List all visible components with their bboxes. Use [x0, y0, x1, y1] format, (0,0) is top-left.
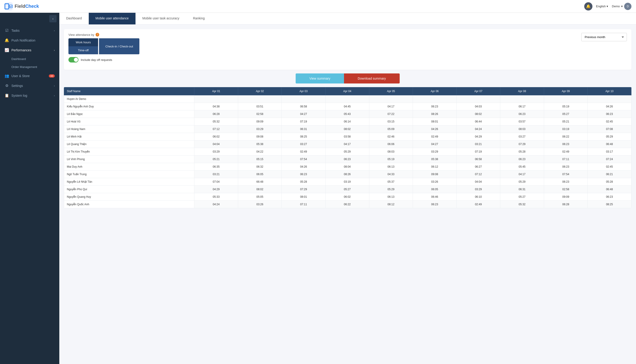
cell-value: 03:27 — [282, 140, 326, 148]
cell-value: 04:33 — [369, 170, 413, 178]
collapse-button[interactable]: ‹ — [49, 15, 56, 22]
cell-value: 03:19 — [325, 178, 369, 186]
attendance-table: Staff Name Apr 01 Apr 02 Apr 03 Apr 04 A… — [64, 87, 632, 208]
cell-value: 03:29 — [413, 148, 457, 156]
cell-value: 07:24 — [588, 156, 632, 163]
cell-value: 03:17 — [588, 148, 632, 156]
cell-value: 05:32 — [194, 118, 238, 126]
cell-staff-name: Lê Thị Kim Thuyền — [64, 148, 194, 156]
cell-value: 06:48 — [588, 186, 632, 193]
sidebar: ‹ ☑ Tasks › 🔔 Push Notification 📈 Perfor… — [0, 13, 59, 364]
sidebar-item-label: System log — [12, 94, 27, 98]
arrow-icon: › — [54, 84, 55, 87]
cell-value: 05:21 — [544, 118, 588, 126]
cell-value: 04:03 — [456, 103, 500, 110]
cell-value: 08:04 — [325, 163, 369, 170]
table-row: Mai Duy Anh06:3506:3204:2608:0406:1306:1… — [64, 163, 632, 170]
cell-value: 03:15 — [369, 118, 413, 126]
cell-value: 07:11 — [282, 201, 326, 208]
cell-value: 06:14 — [325, 118, 369, 126]
cell-value: 05:27 — [500, 193, 544, 201]
period-dropdown[interactable]: Previous month Current month Last 3 mont… — [581, 33, 627, 41]
download-summary-button[interactable]: Download summary — [344, 74, 400, 84]
checkin-checkout-button[interactable]: Check-in / Check-out — [99, 38, 140, 54]
cell-value: 04:26 — [282, 163, 326, 170]
cell-value: 06:23 — [588, 110, 632, 118]
tab-mobile-user-task-accuracy[interactable]: Mobile user task accuracy — [136, 13, 186, 24]
cell-value: 08:01 — [413, 118, 457, 126]
user-menu[interactable]: Demo ▾ D — [612, 3, 632, 10]
sidebar-item-settings[interactable]: ⚙ Settings › — [0, 81, 59, 90]
user-avatar: D — [624, 3, 632, 10]
svg-rect-0 — [10, 5, 12, 8]
cell-value: 05:29 — [325, 148, 369, 156]
cell-value: 05:45 — [500, 163, 544, 170]
cell-value: 03:58 — [325, 133, 369, 140]
time-off-button[interactable]: Time-off — [68, 46, 98, 54]
sidebar-item-system-log[interactable]: 📋 System log › — [0, 90, 59, 100]
cell-value: 03:57 — [500, 118, 544, 126]
cell-value: 09:09 — [238, 118, 282, 126]
cell-value: 06:48 — [588, 140, 632, 148]
cell-value: 08:25 — [282, 133, 326, 140]
cell-value: 07:22 — [369, 110, 413, 118]
notification-icon[interactable]: 🔔 — [584, 2, 592, 10]
sidebar-item-label: User & Store — [12, 74, 30, 78]
cell-value — [194, 95, 238, 103]
cell-value: 07:29 — [282, 186, 326, 193]
cell-value: 04:17 — [500, 170, 544, 178]
tab-mobile-user-attendance[interactable]: Mobile user attendance — [89, 13, 136, 24]
cell-value — [325, 95, 369, 103]
include-day-off-toggle[interactable] — [68, 57, 78, 62]
arrow-icon: › — [54, 49, 55, 52]
brand-field: Field — [14, 4, 25, 9]
sidebar-item-tasks[interactable]: ☑ Tasks › — [0, 26, 59, 35]
table-row: Huyen Ar Demo — [64, 95, 632, 103]
sidebar-item-performances[interactable]: 📈 Performances › — [0, 45, 59, 55]
col-header-apr05: Apr 05 — [369, 87, 413, 95]
cell-value: 04:17 — [325, 140, 369, 148]
cell-value: 08:01 — [282, 193, 326, 201]
col-header-apr09: Apr 09 — [544, 87, 588, 95]
sidebar-item-push-notification[interactable]: 🔔 Push Notification — [0, 35, 59, 45]
cell-value: 06:46 — [413, 193, 457, 201]
cell-value: 06:27 — [456, 163, 500, 170]
cell-value: 09:09 — [544, 193, 588, 201]
table-row: Nguyễn Quang Huy05:3305:0508:0106:0206:1… — [64, 193, 632, 201]
info-icon[interactable]: ? — [96, 33, 99, 36]
cell-value: 06:05 — [413, 186, 457, 193]
view-summary-button[interactable]: View summary — [296, 74, 344, 84]
sidebar-item-user-store[interactable]: 👥 User & Store 43 — [0, 71, 59, 81]
sidebar-toggle-area: ‹ — [0, 13, 59, 25]
cell-value: 06:23 — [413, 201, 457, 208]
cell-value: 05:05 — [238, 193, 282, 201]
cell-value: 05:38 — [413, 156, 457, 163]
table-row: Lê Hoài Vũ05:3209:0907:1906:1403:1508:01… — [64, 118, 632, 126]
sidebar-sub-item-order-management[interactable]: Order Management — [0, 63, 59, 71]
cell-value: 02:49 — [544, 148, 588, 156]
cell-staff-name: Mai Duy Anh — [64, 163, 194, 170]
cell-value: 04:17 — [369, 103, 413, 110]
cell-value: 02:49 — [413, 133, 457, 140]
cell-value: 06:23 — [544, 163, 588, 170]
cell-value: 09:08 — [238, 133, 282, 140]
cell-value: 05:32 — [500, 201, 544, 208]
cell-value — [238, 95, 282, 103]
tab-dashboard[interactable]: Dashboard — [59, 13, 89, 24]
cell-value: 06:23 — [413, 103, 457, 110]
col-header-apr07: Apr 07 — [456, 87, 500, 95]
cell-value: 07:29 — [500, 140, 544, 148]
chevron-down-icon: ▾ — [606, 4, 608, 8]
cell-value: 06:28 — [194, 110, 238, 118]
work-hours-button[interactable]: Work hours — [68, 38, 98, 46]
table-body: Huyen Ar DemoKiều Nguyễn Anh Duy04:3803:… — [64, 95, 632, 208]
sidebar-sub-item-dashboard[interactable]: Dashboard — [0, 55, 59, 63]
cell-value: 05:38 — [238, 140, 282, 148]
cell-value: 05:19 — [369, 156, 413, 163]
cell-value: 04:27 — [282, 110, 326, 118]
language-selector[interactable]: English ▾ — [596, 4, 608, 8]
table-row: Nguyễn Quốc Anh04:2403:2607:1106:2208:12… — [64, 201, 632, 208]
cell-value: 03:21 — [194, 170, 238, 178]
tab-ranking[interactable]: Ranking — [186, 13, 212, 24]
col-header-apr10: Apr 10 — [588, 87, 632, 95]
